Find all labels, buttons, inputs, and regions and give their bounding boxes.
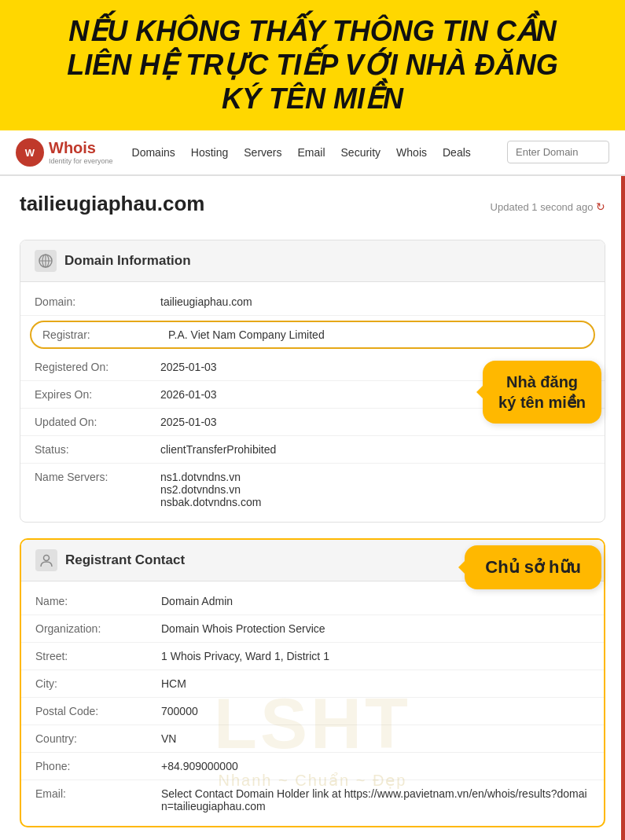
domain-info-title: Domain Information [64, 253, 191, 269]
nav-security[interactable]: Security [341, 146, 381, 159]
table-row: City: HCM [21, 670, 604, 698]
table-row: Country: VN [21, 725, 604, 753]
nav-links: Domains Hosting Servers Email Security W… [132, 146, 488, 159]
updated-status: Updated 1 second ago ↻ [491, 200, 605, 213]
banner: NẾU KHÔNG THẤY THÔNG TIN CẦN LIÊN HỆ TRỰ… [0, 0, 625, 130]
domain-info-icon [35, 250, 57, 272]
logo[interactable]: W Whois Identity for everyone [16, 138, 113, 167]
domain-title: tailieugiaphau.com [20, 192, 205, 216]
domain-info-header: Domain Information [20, 240, 605, 282]
svg-point-6 [44, 555, 50, 560]
svg-text:W: W [25, 147, 35, 159]
table-row: Name Servers: ns1.dotvndns.vn ns2.dotvnd… [20, 464, 605, 515]
nav-domains[interactable]: Domains [132, 146, 175, 159]
nav-email[interactable]: Email [298, 146, 325, 159]
registrant-icon [35, 549, 57, 571]
refresh-icon[interactable]: ↻ [596, 200, 605, 213]
nav-whois[interactable]: Whois [396, 146, 427, 159]
logo-text: Whois Identity for everyone [49, 139, 113, 165]
table-row: Domain: tailieugiaphau.com [20, 288, 605, 316]
banner-text: NẾU KHÔNG THẤY THÔNG TIN CẦN LIÊN HỆ TRỰ… [24, 14, 601, 116]
search-input[interactable] [507, 141, 609, 163]
table-row: Organization: Domain Whois Protection Se… [21, 615, 604, 643]
table-row: Street: 1 Whois Privacy, Ward 1, Distric… [21, 643, 604, 670]
logo-icon: W [16, 138, 44, 167]
table-row: Phone: +84.909000000 [21, 753, 604, 780]
nav-servers[interactable]: Servers [244, 146, 281, 159]
right-bar-decoration [621, 176, 625, 840]
main-content: tailieugiaphau.com Updated 1 second ago … [0, 176, 625, 840]
tooltip-nha-dang-ky: Nhà đăng ký tên miền [483, 361, 601, 424]
registrant-table: Name: Domain Admin Organization: Domain … [21, 581, 604, 826]
table-row: Postal Code: 700000 [21, 698, 604, 725]
table-row: Name: Domain Admin [21, 588, 604, 615]
registrant-title: Registrant Contact [65, 552, 185, 568]
table-row: Status: clientTransferProhibited [20, 436, 605, 464]
nav-deals[interactable]: Deals [443, 146, 471, 159]
tooltip-chu-so-huu: Chủ sở hữu [465, 545, 601, 590]
table-row: Email: Select Contact Domain Holder link… [21, 780, 604, 820]
navbar: W Whois Identity for everyone Domains Ho… [0, 130, 625, 176]
nav-hosting[interactable]: Hosting [191, 146, 228, 159]
registrar-row: Registrar: P.A. Viet Nam Company Limited [30, 321, 595, 349]
